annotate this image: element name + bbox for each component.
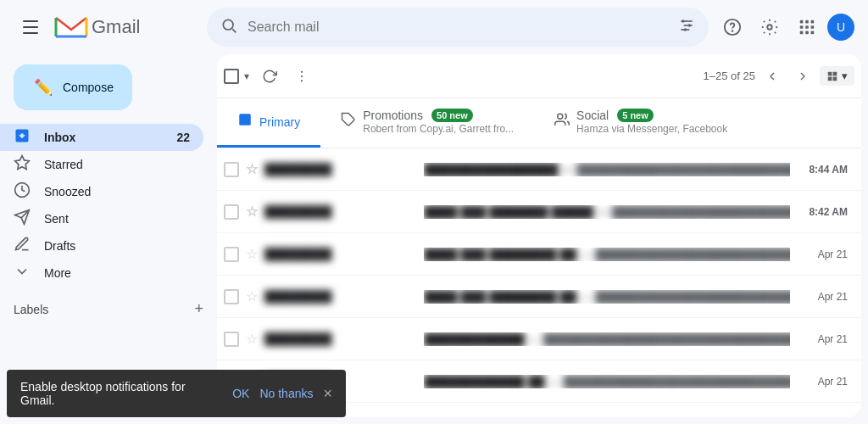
svg-point-6: [688, 24, 691, 26]
topbar: Gmail: [0, 0, 868, 54]
email-date: Apr 21: [797, 333, 848, 345]
toolbar-left: ▾: [224, 61, 317, 92]
email-body: ████████████ ██ — ██████████████████████…: [424, 375, 790, 388]
notification-ok-button[interactable]: OK: [232, 387, 249, 400]
email-sender: ████████: [264, 163, 417, 176]
svg-rect-28: [833, 71, 837, 75]
email-row[interactable]: ☆ ████████ ████████████ — ██████████████…: [217, 318, 861, 360]
select-all-checkbox[interactable]: [224, 69, 239, 84]
email-snippet: — ██████████████████████████████████████…: [580, 248, 790, 261]
view-toggle-button[interactable]: ▾: [820, 66, 854, 86]
tab-primary[interactable]: Primary: [217, 98, 320, 148]
sidebar-item-drafts[interactable]: Drafts: [0, 232, 203, 259]
social-badge: 5 new: [617, 109, 654, 122]
search-bar[interactable]: [207, 8, 709, 47]
email-body: ████ ███ ████████ ██ — █████████████████…: [424, 290, 790, 304]
prev-page-button[interactable]: [759, 63, 786, 90]
compose-label: Compose: [63, 81, 114, 94]
svg-rect-27: [828, 71, 832, 75]
email-row[interactable]: ☆ ████████ ████ ███ ███████ █████ — ████…: [217, 191, 861, 233]
sent-label: Sent: [44, 212, 190, 226]
email-star[interactable]: ☆: [246, 204, 258, 220]
notification-close-button[interactable]: ×: [323, 385, 332, 403]
select-chevron-button[interactable]: ▾: [241, 67, 253, 86]
svg-point-5: [682, 20, 684, 22]
sidebar: ✏️ Compose Inbox 22 Starred Snoozed: [0, 54, 217, 424]
topbar-right: U: [715, 10, 854, 44]
avatar[interactable]: U: [827, 14, 854, 41]
email-sender: ████████: [264, 290, 417, 304]
gmail-label: Gmail: [92, 16, 140, 38]
svg-rect-16: [811, 25, 815, 29]
email-checkbox[interactable]: [224, 247, 239, 262]
email-date: Apr 21: [797, 248, 848, 260]
email-sender: ████████: [264, 205, 417, 219]
star-icon: [14, 154, 31, 176]
hamburger-icon: [23, 20, 38, 34]
email-star[interactable]: ☆: [246, 331, 258, 347]
help-button[interactable]: [715, 10, 749, 44]
inbox-label: Inbox: [44, 131, 163, 144]
m-logo-icon: [54, 14, 88, 40]
starred-label: Starred: [44, 158, 190, 171]
email-date: Apr 21: [797, 376, 848, 388]
tab-promotions[interactable]: Promotions 50 new Robert from Copy.ai, G…: [320, 98, 534, 148]
settings-button[interactable]: [753, 10, 787, 44]
email-sender: ████████: [264, 248, 417, 261]
svg-rect-14: [800, 25, 804, 29]
sidebar-item-snoozed[interactable]: Snoozed: [0, 178, 203, 205]
email-date: Apr 21: [797, 291, 848, 303]
email-star[interactable]: ☆: [246, 246, 258, 262]
email-snippet: — ██████████████████████████████████████…: [562, 163, 790, 176]
email-checkbox[interactable]: [224, 162, 239, 177]
more-options-button[interactable]: [287, 61, 317, 92]
email-checkbox[interactable]: [224, 332, 239, 347]
email-star[interactable]: ☆: [246, 288, 258, 304]
next-page-button[interactable]: [789, 63, 816, 90]
social-tab-content: Social 5 new Hamza via Messenger, Facebo…: [576, 109, 727, 135]
sidebar-item-more[interactable]: More: [0, 259, 203, 287]
sidebar-item-inbox[interactable]: Inbox 22: [0, 124, 203, 151]
search-icon: [220, 17, 237, 37]
svg-point-10: [767, 25, 772, 30]
email-body: ████████████████ — █████████████████████…: [424, 163, 790, 176]
sidebar-item-starred[interactable]: Starred: [0, 151, 203, 178]
svg-point-32: [558, 114, 563, 119]
sidebar-item-sent[interactable]: Sent: [0, 205, 203, 232]
compose-pencil-icon: ✏️: [34, 78, 53, 97]
tab-social[interactable]: Social 5 new Hamza via Messenger, Facebo…: [534, 98, 748, 148]
email-snippet: — ██████████████████████████████████████…: [548, 375, 790, 388]
email-checkbox[interactable]: [224, 204, 239, 220]
email-row[interactable]: ☆ ████████ ████ ███ ████████ ██ — ██████…: [217, 276, 861, 318]
email-checkbox[interactable]: [224, 289, 239, 304]
social-tab-icon: [554, 112, 570, 131]
svg-point-7: [684, 28, 687, 31]
more-chevron-icon: [14, 263, 31, 284]
search-tune-icon[interactable]: [678, 17, 695, 37]
send-icon: [14, 209, 31, 230]
email-snippet: — ██████████████████████████████████████…: [580, 290, 790, 304]
draft-icon: [14, 236, 31, 257]
email-subject: ████████████ ██: [424, 375, 545, 388]
email-row[interactable]: ☆ ████████ ████████████████ — ██████████…: [217, 148, 861, 191]
email-star[interactable]: ☆: [246, 161, 258, 177]
add-label-button[interactable]: +: [194, 300, 203, 318]
svg-rect-19: [811, 31, 815, 35]
refresh-button[interactable]: [254, 61, 285, 92]
compose-button[interactable]: ✏️ Compose: [14, 64, 132, 110]
primary-tab-label: Primary: [259, 115, 300, 129]
email-row[interactable]: ☆ ████████ ████ ███ ████████ ██ — ██████…: [217, 233, 861, 276]
inbox-icon: [14, 127, 31, 148]
promotions-subtitle: Robert from Copy.ai, Garrett fro...: [363, 123, 514, 135]
hamburger-menu-button[interactable]: [14, 10, 47, 44]
email-subject: ████ ███ ███████ █████: [424, 205, 593, 219]
svg-point-9: [732, 31, 733, 31]
notification-no-thanks-button[interactable]: No thanks: [259, 387, 313, 400]
apps-button[interactable]: [790, 10, 824, 44]
search-input[interactable]: [248, 20, 668, 35]
email-toolbar: ▾ 1–25 of 25 ▾: [217, 54, 861, 98]
view-toggle-icon: ▾: [842, 70, 848, 82]
email-snippet: — ██████████████████████████████████████…: [528, 332, 790, 346]
email-subject: ████████████: [424, 332, 525, 346]
notification-bar: Enable desktop notifications for Gmail. …: [7, 370, 346, 417]
